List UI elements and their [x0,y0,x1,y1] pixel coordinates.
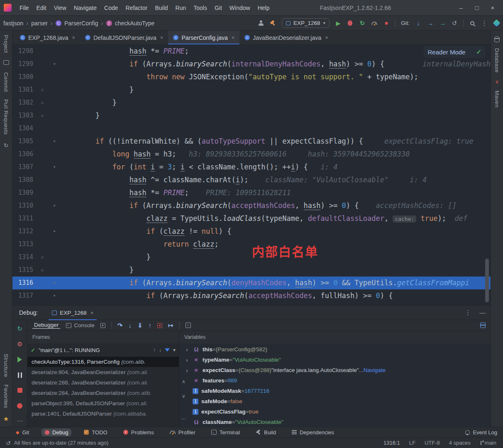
menu-git[interactable]: Git [211,0,226,16]
maximize-icon[interactable]: □ [469,0,485,16]
tab-parserconfig-java[interactable]: CParserConfig.java× [168,31,239,44]
database-icon[interactable] [494,37,500,42]
layout-settings-icon[interactable] [480,323,486,328]
step-into-icon[interactable]: ↓ [128,322,132,329]
breadcrumb-item[interactable]: ParserConfig [64,20,98,27]
code-line[interactable]: 1303◇ } [12,109,491,122]
hide-panel-icon[interactable]: — [479,309,486,316]
editor-scrollbar[interactable] [485,259,489,302]
mute-breakpoints-icon[interactable] [15,401,24,410]
code-line[interactable]: 1315◇ } [12,264,491,277]
code-line[interactable]: 1311 clazz = TypeUtils.loadClass(typeNam… [12,212,491,225]
menu-edit[interactable]: Edit [33,0,50,16]
run-configuration-select[interactable]: EXP_1268 ▾ [282,18,330,28]
reader-mode-widget[interactable]: Reader Mode✓ [424,46,486,58]
sidebar-item-structure[interactable]: Structure [3,354,9,377]
toolwindow-terminal[interactable]: >_Terminal [208,428,243,436]
menu-window[interactable]: Window [226,0,254,16]
stack-frame-row[interactable]: checkAutoType:1316, ParserConfig (com.al… [27,357,179,367]
menu-help[interactable]: Help [254,0,273,16]
expand-chevron-icon[interactable]: › [186,344,193,355]
stack-frame-row[interactable]: deserialze:288, JavaBeanDeserializer (co… [27,377,179,388]
debug-button[interactable] [347,20,354,27]
fold-icon[interactable]: ▾ [47,277,61,289]
close-icon[interactable]: × [160,34,164,41]
navigate-link[interactable]: Navigate [364,365,386,375]
line-number[interactable]: 1317 [12,289,37,302]
toolwindow-problems[interactable]: !Problems [120,428,157,436]
code-line[interactable]: 1305▾ if ((!internalWhite) && (autoTypeS… [12,135,491,148]
close-icon[interactable]: × [72,34,76,41]
rerun-icon[interactable]: ↻ [15,324,24,333]
stack-frame-row[interactable]: parse:1401, DefaultJSONParser (com.aliba… [27,409,179,419]
line-number[interactable]: 1303 [12,109,37,122]
menu-view[interactable]: View [50,0,70,16]
toolwindow-dependencies[interactable]: Dependencies [288,428,337,436]
sidebar-item-maven[interactable]: Maven [494,91,500,108]
breadcrumb-item[interactable]: parser [31,20,48,27]
git-branch[interactable]: main [480,440,496,446]
menu-run[interactable]: Run [172,0,190,16]
code-line[interactable]: 1300 throw new JSONException("autoType i… [12,71,491,83]
fold-icon[interactable]: ▾ [47,225,61,238]
menu-navigate[interactable]: Navigate [70,0,100,16]
code-line[interactable]: continue; [12,302,491,305]
sidebar-item-commit[interactable]: Commit [3,72,9,92]
line-number[interactable] [12,302,37,305]
debug-session-tab[interactable]: EXP_1268 × [49,306,97,320]
variable-row[interactable]: {..}className = "VulAutoCloseable" [179,417,491,427]
indent-setting[interactable]: 4 spaces [449,440,471,446]
variable-row[interactable]: 1safeMode = false [179,396,491,406]
scroll-down-icon[interactable]: ∨ [182,393,186,399]
next-frame-icon[interactable]: ↓ [159,347,161,353]
line-number[interactable]: 1304 [12,122,37,135]
stop-icon[interactable] [15,386,24,395]
line-number[interactable]: 1305 [12,135,37,148]
menu-file[interactable]: File [16,0,33,16]
project-window-icon[interactable] [3,60,9,65]
line-number[interactable]: 1312 [12,225,37,238]
settings-gear-icon[interactable]: ⚙ [15,340,24,349]
view-breakpoints-icon[interactable] [157,323,162,328]
sidebar-item-favorites[interactable]: Favorites [3,384,9,408]
line-number[interactable]: 1299 [12,58,37,71]
code-line[interactable]: 1317▾ if (Arrays.binarySearch(acceptHash… [12,289,491,302]
favorites-star-icon[interactable]: ★ [3,416,9,422]
menu-refactor[interactable]: Refactor [122,0,151,16]
toolwindow-debug[interactable]: Debug [42,428,71,436]
line-number[interactable]: 1307 [12,161,37,174]
line-number[interactable]: 1306 [12,148,37,161]
code-line[interactable]: 1298 hash *= PRIME; [12,45,491,58]
toolwindow-event-log[interactable]: Event Log [465,429,497,436]
code-line[interactable]: 1308 hash ^= className.charAt(i); classN… [12,174,491,186]
fold-icon[interactable]: ▾ [47,58,61,71]
code-line[interactable]: 1307▾ for (int i = 3; i < className.leng… [12,161,491,174]
toolwindow-git[interactable]: ◆Git [12,428,32,436]
close-icon[interactable]: × [90,310,94,316]
line-number[interactable]: 1308 [12,174,37,186]
line-number[interactable]: 1313 [12,238,37,251]
sidebar-item-database[interactable]: Database [494,48,500,73]
filter-icon[interactable] [165,348,170,352]
collaborators-icon[interactable] [258,20,264,27]
menu-build[interactable]: Build [151,0,171,16]
line-number[interactable]: 1315 [12,264,37,277]
tab-defaultjsonparser-java[interactable]: CDefaultJSONParser.java× [80,31,168,44]
stack-frame-row[interactable]: deserialze:284, JavaBeanDeserializer (co… [27,388,179,398]
prev-frame-icon[interactable]: ↑ [153,347,156,353]
minimize-icon[interactable]: – [453,0,469,16]
code-line[interactable]: 1299▾ if (Arrays.binarySearch(internalDe… [12,58,491,71]
tab-javabeandeserializer-java[interactable]: CJavaBeanDeserializer.java× [239,31,333,44]
line-number[interactable]: 1309 [12,186,37,199]
step-over-icon[interactable]: ↷ [117,322,123,329]
menu-tools[interactable]: Tools [190,0,211,16]
run-to-cursor-icon[interactable]: ↦ [168,322,173,329]
breadcrumb-item[interactable]: fastjson [3,20,23,27]
file-encoding[interactable]: UTF-8 [425,440,440,446]
update-project-icon[interactable]: ↓ [415,20,422,27]
fold-icon[interactable]: ▾ [47,161,61,174]
tab-debugger[interactable]: Debugger [32,322,60,329]
coverage-button[interactable]: ↻ [359,20,366,27]
overflow-icon[interactable]: ⋯ [181,416,186,422]
variable-row[interactable]: ›{..}this = {ParserConfig@582} [179,344,491,355]
